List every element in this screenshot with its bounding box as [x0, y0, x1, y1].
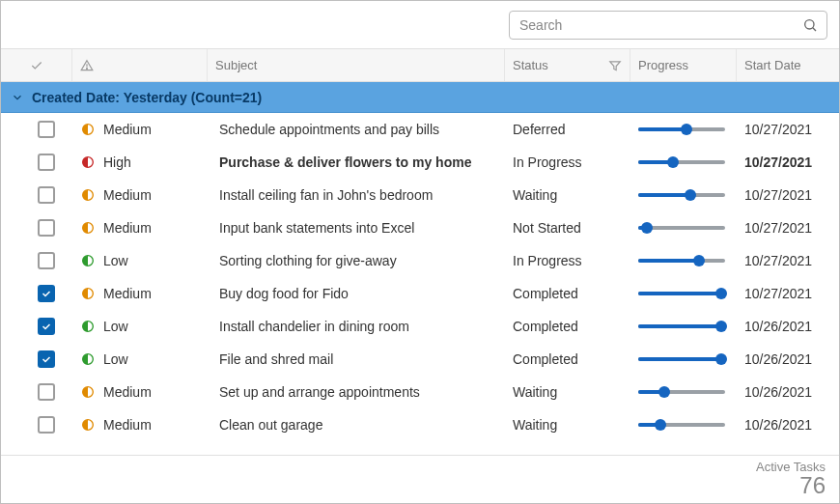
subject-text: Purchase & deliver flowers to my home — [219, 154, 471, 170]
cell-start-date: 10/27/2021 — [737, 187, 839, 203]
cell-checkbox — [1, 154, 72, 171]
status-text: Completed — [513, 319, 578, 334]
cell-start-date: 10/27/2021 — [737, 253, 839, 268]
start-date-text: 10/27/2021 — [744, 122, 812, 137]
start-date-text: 10/27/2021 — [744, 154, 812, 170]
status-text: Waiting — [513, 417, 557, 433]
table-row[interactable]: MediumInstall ceiling fan in John's bedr… — [1, 179, 839, 211]
progress-slider[interactable] — [638, 287, 725, 300]
subject-text: Schedule appointments and pay bills — [219, 122, 439, 137]
status-text: In Progress — [513, 154, 582, 170]
priority-label: Medium — [103, 122, 152, 137]
cell-checkbox — [1, 219, 72, 237]
progress-slider[interactable] — [638, 385, 725, 399]
subject-text: Input bank statements into Excel — [219, 220, 414, 236]
progress-slider[interactable] — [638, 320, 725, 333]
cell-priority: Low — [72, 351, 208, 367]
chevron-down-icon — [11, 91, 24, 104]
column-header-label: Subject — [215, 58, 257, 72]
cell-subject: Buy dog food for Fido — [208, 286, 505, 301]
subject-text: Install ceiling fan in John's bedroom — [219, 187, 433, 203]
priority-icon — [80, 220, 96, 236]
cell-start-date: 10/26/2021 — [737, 351, 839, 367]
row-checkbox[interactable] — [38, 318, 55, 335]
row-checkbox[interactable] — [38, 252, 55, 269]
cell-checkbox — [1, 121, 72, 138]
row-checkbox[interactable] — [38, 416, 55, 434]
cell-subject: Clean out garage — [208, 417, 505, 433]
progress-slider[interactable] — [638, 155, 725, 169]
svg-line-1 — [813, 27, 816, 30]
cell-status: In Progress — [505, 253, 630, 268]
cell-checkbox — [1, 416, 72, 434]
cell-start-date: 10/27/2021 — [737, 220, 839, 236]
priority-icon — [80, 154, 96, 170]
column-header-label: Start Date — [744, 58, 801, 72]
priority-label: Low — [103, 253, 128, 268]
cell-status: Completed — [505, 351, 630, 367]
table-row[interactable]: LowInstall chandelier in dining roomComp… — [1, 310, 839, 343]
table-row[interactable]: HighPurchase & deliver flowers to my hom… — [1, 146, 839, 179]
cell-status: In Progress — [505, 154, 630, 170]
task-grid-app: Subject Status Progress Start Date Creat… — [0, 0, 840, 504]
cell-start-date: 10/27/2021 — [737, 154, 839, 170]
status-text: Deferred — [513, 122, 565, 137]
priority-label: Medium — [103, 286, 152, 301]
row-checkbox[interactable] — [38, 154, 55, 171]
progress-slider[interactable] — [638, 352, 725, 366]
cell-priority: Medium — [72, 187, 208, 203]
start-date-text: 10/27/2021 — [744, 253, 812, 268]
row-checkbox[interactable] — [38, 383, 55, 401]
column-header-priority[interactable] — [72, 49, 208, 81]
row-checkbox[interactable] — [38, 350, 55, 368]
cell-progress — [630, 385, 737, 399]
row-checkbox[interactable] — [38, 285, 55, 302]
table-row[interactable]: MediumInput bank statements into ExcelNo… — [1, 211, 839, 244]
filter-icon[interactable] — [608, 59, 622, 72]
cell-start-date: 10/27/2021 — [737, 286, 839, 301]
row-checkbox[interactable] — [38, 121, 55, 138]
column-header-subject[interactable]: Subject — [208, 49, 505, 81]
column-header-checked[interactable] — [1, 49, 72, 81]
search-input[interactable] — [509, 11, 827, 40]
progress-slider[interactable] — [638, 188, 725, 202]
table-row[interactable]: LowFile and shred mailCompleted10/26/202… — [1, 343, 839, 376]
progress-slider[interactable] — [638, 221, 725, 235]
status-text: Completed — [513, 286, 578, 301]
cell-priority: Medium — [72, 122, 208, 137]
column-header-start-date[interactable]: Start Date — [737, 49, 839, 81]
search-icon — [802, 17, 818, 33]
cell-start-date: 10/26/2021 — [737, 384, 839, 400]
priority-icon — [80, 319, 96, 334]
priority-label: Low — [103, 351, 128, 367]
cell-progress — [630, 287, 737, 300]
column-header-progress[interactable]: Progress — [630, 49, 737, 81]
progress-slider[interactable] — [638, 123, 725, 136]
cell-checkbox — [1, 383, 72, 401]
table-row[interactable]: LowSorting clothing for give-awayIn Prog… — [1, 244, 839, 277]
column-header-status[interactable]: Status — [505, 49, 630, 81]
subject-text: File and shred mail — [219, 351, 333, 367]
progress-slider[interactable] — [638, 254, 725, 267]
row-checkbox[interactable] — [38, 219, 55, 237]
cell-subject: Install ceiling fan in John's bedroom — [208, 187, 505, 203]
table-row[interactable]: MediumSchedule appointments and pay bill… — [1, 113, 839, 146]
checkmark-icon — [30, 59, 43, 72]
start-date-text: 10/26/2021 — [744, 351, 812, 367]
priority-icon — [80, 286, 96, 301]
table-row[interactable]: MediumBuy dog food for FidoCompleted10/2… — [1, 277, 839, 310]
cell-start-date: 10/26/2021 — [737, 319, 839, 334]
progress-slider[interactable] — [638, 418, 725, 432]
search — [509, 11, 827, 40]
status-text: Waiting — [513, 187, 557, 203]
table-row[interactable]: MediumClean out garageWaiting10/26/2021 — [1, 408, 839, 441]
group-header[interactable]: Created Date: Yesterday (Count=21) — [1, 82, 839, 113]
status-text: In Progress — [513, 253, 582, 268]
start-date-text: 10/26/2021 — [744, 384, 812, 400]
subject-text: Install chandelier in dining room — [219, 319, 409, 334]
row-checkbox[interactable] — [38, 186, 55, 204]
table-row[interactable]: MediumSet up and arrange appointmentsWai… — [1, 376, 839, 408]
cell-status: Waiting — [505, 187, 630, 203]
cell-status: Deferred — [505, 122, 630, 137]
column-header-row: Subject Status Progress Start Date — [1, 49, 839, 82]
